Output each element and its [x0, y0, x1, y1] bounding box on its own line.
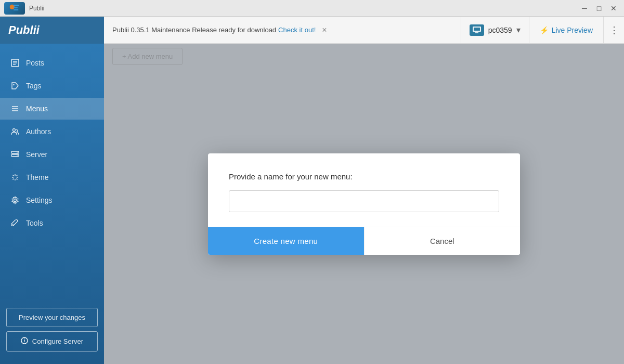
app-bar: Publii Publii 0.35.1 Maintenance Release…	[0, 17, 624, 44]
sidebar-item-tags[interactable]: Tags	[0, 75, 104, 97]
svg-rect-6	[475, 32, 478, 33]
tools-label: Tools	[26, 219, 43, 227]
svg-point-19	[17, 152, 18, 153]
lightning-icon: ⚡	[540, 26, 549, 34]
theme-icon	[10, 173, 20, 182]
preview-changes-button[interactable]: Preview your changes	[6, 308, 98, 327]
title-bar-left: Publii	[4, 2, 44, 15]
svg-point-29	[14, 199, 17, 202]
menus-label: Menus	[26, 105, 48, 113]
title-bar: Publii ─ □ ✕	[0, 0, 624, 17]
authors-icon	[10, 127, 20, 136]
sidebar-item-server[interactable]: Server	[0, 144, 104, 165]
app-logo-small	[4, 2, 25, 15]
sidebar-spacer	[0, 235, 104, 301]
tags-label: Tags	[26, 82, 42, 90]
server-label: Server	[26, 150, 47, 159]
live-preview-label: Live Preview	[552, 26, 593, 34]
cancel-button[interactable]: Cancel	[364, 227, 521, 255]
site-icon	[470, 24, 484, 36]
svg-rect-3	[14, 9, 18, 10]
content-area: + Add new menu No menus available You do…	[104, 44, 624, 364]
svg-point-33	[24, 339, 24, 339]
svg-line-27	[17, 175, 18, 176]
server-icon	[10, 150, 20, 159]
tags-icon	[10, 81, 20, 90]
window-controls: ─ □ ✕	[578, 3, 620, 14]
sidebar-item-theme[interactable]: Theme	[0, 166, 104, 188]
modal-label: Provide a name for your new menu:	[229, 172, 499, 181]
notification-close-button[interactable]: ×	[322, 25, 327, 35]
svg-rect-18	[11, 154, 19, 157]
modal-footer: Create new menu Cancel	[208, 227, 520, 255]
svg-rect-1	[14, 5, 19, 6]
svg-rect-17	[11, 151, 19, 153]
create-menu-modal: Provide a name for your new menu: Create…	[208, 153, 520, 255]
notification-message: Publii 0.35.1 Maintenance Release ready …	[112, 26, 276, 34]
tools-icon	[10, 218, 20, 228]
modal-overlay: Provide a name for your new menu: Create…	[104, 44, 624, 364]
posts-label: Posts	[26, 59, 44, 67]
svg-point-20	[17, 155, 18, 156]
sidebar-item-settings[interactable]: Settings	[0, 189, 104, 211]
maximize-button[interactable]: □	[593, 3, 605, 14]
svg-line-30	[12, 224, 14, 226]
authors-label: Authors	[26, 127, 51, 136]
title-bar-text: Publii	[29, 5, 44, 12]
svg-line-25	[13, 175, 14, 176]
main-layout: Posts Tags Menus	[0, 44, 624, 364]
svg-rect-2	[14, 7, 18, 8]
menus-icon	[10, 104, 20, 113]
configure-server-label: Configure Server	[32, 337, 83, 345]
site-selector: pc0359 ▾	[461, 17, 529, 44]
create-menu-button[interactable]: Create new menu	[208, 227, 364, 255]
svg-rect-5	[474, 28, 480, 31]
live-preview-button[interactable]: ⚡ Live Preview	[529, 17, 603, 44]
notification-link[interactable]: Check it out!	[278, 26, 316, 34]
theme-label: Theme	[26, 173, 49, 181]
app-logo: Publii	[0, 17, 104, 44]
settings-label: Settings	[26, 196, 53, 204]
svg-point-16	[13, 129, 16, 132]
modal-body: Provide a name for your new menu:	[208, 153, 520, 227]
notification-bar: Publii 0.35.1 Maintenance Release ready …	[104, 25, 461, 35]
app-logo-text: Publii	[8, 23, 40, 37]
sidebar-bottom: Preview your changes Configure Server	[0, 302, 104, 356]
svg-point-12	[13, 84, 14, 85]
svg-rect-7	[474, 32, 479, 32]
configure-server-button[interactable]: Configure Server	[6, 331, 98, 352]
site-name: pc0359	[488, 26, 512, 34]
posts-icon	[10, 58, 20, 68]
close-button[interactable]: ✕	[607, 3, 620, 14]
menu-name-input[interactable]	[229, 190, 499, 212]
sidebar-item-posts[interactable]: Posts	[0, 52, 104, 74]
minimize-button[interactable]: ─	[578, 3, 591, 14]
sidebar-item-tools[interactable]: Tools	[0, 212, 104, 234]
sidebar-item-menus[interactable]: Menus	[0, 98, 104, 120]
configure-server-icon	[21, 337, 28, 346]
svg-line-28	[13, 179, 14, 180]
site-dropdown-icon[interactable]: ▾	[516, 25, 521, 35]
more-options-button[interactable]: ⋮	[603, 17, 624, 44]
sidebar: Posts Tags Menus	[0, 44, 104, 364]
settings-icon	[10, 196, 20, 205]
sidebar-item-authors[interactable]: Authors	[0, 121, 104, 142]
svg-line-26	[17, 179, 18, 180]
